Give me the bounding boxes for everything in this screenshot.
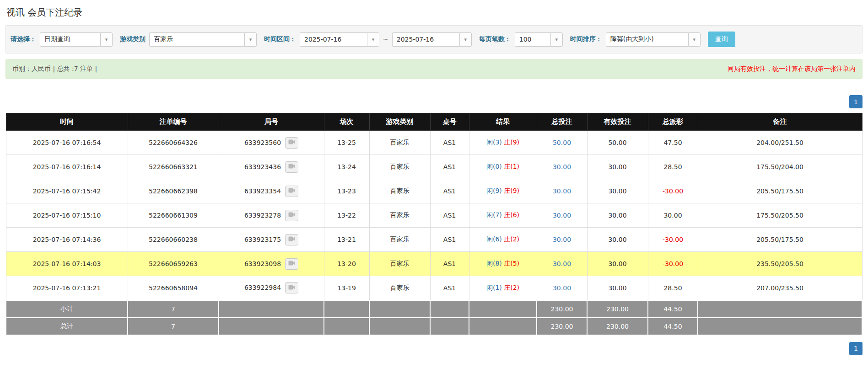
valid-bet-cell: 30.00: [587, 179, 648, 203]
table-no-cell: AS1: [430, 179, 469, 203]
time-cell: 2025-07-16 07:16:14: [6, 155, 128, 179]
date-from-picker[interactable]: 2025-07-16 ▾: [300, 32, 379, 47]
header-total-bet: 总投注: [537, 113, 587, 131]
valid-bet-cell: 30.00: [587, 155, 648, 179]
game-type-dropdown-button[interactable]: ▾: [244, 32, 257, 47]
remark-cell: 235.50/205.50: [698, 252, 862, 276]
page-size-select[interactable]: 100 ▾: [515, 32, 563, 47]
total-bet-link[interactable]: 30.00: [553, 284, 571, 292]
replay-button[interactable]: [285, 137, 298, 149]
chevron-down-icon: ▾: [105, 37, 108, 43]
total-label: 总计: [6, 318, 128, 335]
game-type-select[interactable]: 百家乐 ▾: [149, 32, 257, 47]
table-row: 2025-07-16 07:16:54 522660664326 6339235…: [6, 131, 862, 155]
page-size-label: 每页笔数：: [479, 35, 511, 43]
result-player: 闲(7): [486, 211, 502, 219]
result-banker: 庄(9): [504, 187, 519, 194]
sort-order-value[interactable]: 降冪(由大到小): [606, 32, 688, 47]
remark-cell: 175.50/204.00: [698, 155, 862, 179]
date-from-dropdown-button[interactable]: ▾: [367, 32, 379, 47]
header-game-type: 游戏类别: [369, 113, 430, 131]
page-size-value[interactable]: 100: [515, 32, 550, 47]
session-cell: 13-23: [324, 179, 369, 203]
session-cell: 13-19: [324, 276, 369, 300]
sort-order-select[interactable]: 降冪(由大到小) ▾: [606, 32, 701, 47]
result-player: 闲(9): [486, 187, 502, 194]
total-bet-cell: 30.00: [537, 179, 587, 203]
valid-bet-cell: 50.00: [587, 131, 648, 155]
replay-button[interactable]: [285, 186, 298, 197]
game-type-cell: 百家乐: [369, 276, 430, 300]
game-type-cell: 百家乐: [369, 252, 430, 276]
session-cell: 13-20: [324, 252, 369, 276]
date-from-value[interactable]: 2025-07-16: [300, 32, 367, 47]
replay-button[interactable]: [285, 210, 298, 221]
round-id-cell: 633923278: [219, 203, 324, 228]
query-type-dropdown-button[interactable]: ▾: [100, 32, 113, 47]
time-cell: 2025-07-16 07:16:54: [6, 131, 128, 155]
time-cell: 2025-07-16 07:14:36: [6, 228, 128, 252]
query-type-select[interactable]: 日期查询 ▾: [40, 32, 113, 47]
bet-id-cell: 522660662398: [128, 179, 219, 203]
result-banker: 庄(6): [504, 211, 519, 219]
total-bet-link[interactable]: 30.00: [553, 236, 571, 243]
pagination-bottom: 1: [0, 342, 868, 362]
table-row: 2025-07-16 07:16:14 522660663321 6339234…: [6, 155, 862, 179]
round-id: 633923098: [244, 260, 281, 267]
summary-bar: 币别：人民币 | 总共 :7 注单 | 同局有效投注，统一计算在该局第一张注单内: [5, 59, 863, 79]
total-bet-link[interactable]: 50.00: [553, 139, 571, 146]
round-id-cell: 633923098: [219, 252, 324, 276]
total-bet-link[interactable]: 30.00: [553, 212, 571, 219]
pagination-page-1[interactable]: 1: [849, 95, 863, 108]
session-cell: 13-22: [324, 203, 369, 228]
remark-cell: 205.50/175.50: [698, 179, 862, 203]
replay-button[interactable]: [285, 234, 298, 245]
valid-bet-cell: 30.00: [587, 276, 648, 300]
total-bet-link[interactable]: 30.00: [553, 163, 571, 171]
game-type-label: 游戏类别: [120, 35, 146, 43]
round-id: 633923175: [244, 235, 281, 243]
total-bet-link[interactable]: 30.00: [553, 260, 571, 267]
bet-id-cell: 522660659263: [128, 252, 219, 276]
summary-notice-text: 同局有效投注，统一计算在该局第一张注单内: [728, 65, 856, 73]
table-no-cell: AS1: [430, 131, 469, 155]
valid-bet-cell: 30.00: [587, 228, 648, 252]
time-cell: 2025-07-16 07:15:42: [6, 179, 128, 203]
pagination-page-1[interactable]: 1: [849, 342, 863, 355]
header-table-no: 桌号: [430, 113, 469, 131]
game-type-value[interactable]: 百家乐: [149, 32, 244, 47]
date-range-group: 时间区间： 2025-07-16 ▾ ~ 2025-07-16 ▾: [264, 32, 472, 47]
total-bet-cell: 30.00: [537, 155, 587, 179]
table-no-cell: AS1: [430, 276, 469, 300]
time-cell: 2025-07-16 07:15:10: [6, 203, 128, 228]
query-type-value[interactable]: 日期查询: [40, 32, 100, 47]
total-payout: 44.50: [648, 318, 698, 335]
table-no-cell: AS1: [430, 155, 469, 179]
payout-cell: 28.50: [648, 276, 698, 300]
page-size-dropdown-button[interactable]: ▾: [550, 32, 563, 47]
payout-cell: 47.50: [648, 131, 698, 155]
table-row: 2025-07-16 07:15:42 522660662398 6339233…: [6, 179, 862, 203]
replay-button[interactable]: [285, 258, 298, 270]
total-bet-cell: 30.00: [537, 228, 587, 252]
total-bet-link[interactable]: 30.00: [553, 187, 571, 195]
table-row: 2025-07-16 07:14:36 522660660238 6339231…: [6, 228, 862, 252]
sort-order-dropdown-button[interactable]: ▾: [688, 32, 701, 47]
query-type-label: 请选择：: [11, 35, 36, 43]
result-cell: 闲(7) 庄(6): [469, 203, 537, 228]
payout-cell: -30.00: [648, 179, 698, 203]
date-to-dropdown-button[interactable]: ▾: [459, 32, 472, 47]
sort-order-label: 时间排序：: [570, 35, 602, 43]
date-to-value[interactable]: 2025-07-16: [392, 32, 459, 47]
round-id: 633922984: [244, 284, 281, 291]
replay-button[interactable]: [285, 282, 298, 293]
search-button[interactable]: 查询: [708, 32, 735, 47]
total-count: 7: [128, 318, 219, 335]
header-session: 场次: [324, 113, 369, 131]
subtotal-count: 7: [128, 300, 219, 318]
result-player: 闲(3): [486, 139, 502, 146]
date-to-picker[interactable]: 2025-07-16 ▾: [392, 32, 472, 47]
sort-order-group: 时间排序： 降冪(由大到小) ▾: [570, 32, 701, 47]
total-total-bet: 230.00: [537, 318, 587, 335]
replay-button[interactable]: [285, 161, 298, 173]
